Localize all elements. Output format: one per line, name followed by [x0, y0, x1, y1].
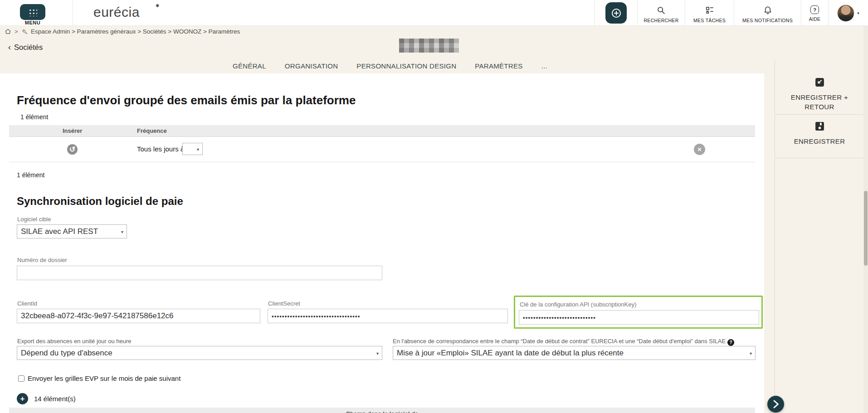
scrollbar-thumb[interactable] — [864, 191, 868, 266]
save-return-icon — [814, 77, 825, 87]
add-items-row: + 14 élément(s) — [17, 393, 76, 404]
numero-dossier-input[interactable] — [17, 266, 382, 280]
section-title-email-frequency: Fréquence d'envoi groupé des emails émis… — [17, 93, 356, 107]
wrench-icon — [21, 29, 28, 35]
page-title-redacted — [399, 39, 459, 53]
label-date-correspondance: En l'absence de correspondance entre le … — [393, 338, 734, 346]
column-header-inserer: Insérer — [63, 127, 82, 134]
label-clientid: ClientId — [17, 300, 37, 307]
evp-checkbox[interactable] — [18, 375, 24, 382]
evp-checkbox-label[interactable]: Envoyer les grilles EVP sur le mois de p… — [28, 374, 180, 382]
label-clientsecret: ClientSecret — [268, 300, 300, 307]
time-select[interactable]: ▾ — [182, 143, 203, 155]
help-circle-icon[interactable]: ? — [727, 339, 734, 346]
export-absences-select[interactable]: Dépend du type d'absence ▾ — [17, 346, 382, 360]
divider — [775, 114, 864, 115]
chevron-right-icon — [767, 396, 784, 413]
user-menu[interactable]: ▾ — [828, 0, 868, 26]
label-logiciel-cible: Logiciel cible — [17, 216, 51, 223]
insert-row-icon[interactable]: ↺ — [67, 144, 78, 155]
chevron-down-icon: ▾ — [121, 229, 123, 234]
frequency-table-header: Insérer Fréquence — [9, 125, 755, 137]
chevron-down-icon: ▾ — [750, 351, 752, 356]
next-page-fab[interactable] — [767, 396, 784, 413]
back-to-societes-link[interactable]: ‹ Sociétés — [8, 43, 43, 52]
search-icon — [656, 5, 666, 15]
add-circle-icon[interactable]: + — [17, 393, 28, 404]
topbar-actions: RECHERCHER MES TÂCHES MES NOTIFICATIONS — [595, 0, 868, 26]
column-header-frequence: Fréquence — [137, 127, 167, 134]
app-window: MENU eurécia ✱ RECHERCHER — [0, 0, 868, 413]
table-row: ↺ Tous les jours à ▾ ✕ — [9, 137, 755, 162]
logiciel-cible-select[interactable]: SILAE avec API REST ▾ — [17, 224, 127, 238]
home-icon[interactable] — [5, 28, 11, 35]
next-table-header-partial: Champ dans le logiciel de — [9, 408, 755, 413]
save-button[interactable]: ENREGISTRER — [775, 121, 864, 146]
chevron-down-icon: ▾ — [197, 147, 199, 152]
element-count-bottom: 1 élément — [17, 171, 44, 179]
subscription-key-input[interactable] — [519, 310, 759, 325]
parametres-panel: Fréquence d'envoi groupé des emails émis… — [0, 73, 764, 413]
logo-star-icon: ✱ — [156, 3, 160, 8]
breadcrumb-path[interactable]: Espace Admin > Paramètres généraux > Soc… — [31, 28, 240, 35]
my-tasks-button[interactable]: MES TÂCHES — [685, 0, 734, 26]
evp-checkbox-row: Envoyer les grilles EVP sur le mois de p… — [18, 374, 180, 382]
question-mark-icon: ? — [810, 5, 819, 14]
subscription-key-highlight: Clé de la configuration API (subscriptio… — [514, 296, 763, 329]
notifications-button[interactable]: MES NOTIFICATIONS — [734, 0, 801, 26]
quick-create-button[interactable] — [595, 0, 637, 26]
element-count-top: 1 élément — [20, 113, 48, 121]
clientsecret-input[interactable] — [268, 309, 508, 323]
frequency-text: Tous les jours à — [137, 145, 184, 153]
search-button[interactable]: RECHERCHER — [637, 0, 685, 26]
divider — [73, 0, 73, 26]
clientid-input[interactable] — [17, 309, 260, 323]
grid-menu-icon — [28, 8, 37, 16]
breadcrumb: > Espace Admin > Paramètres généraux > S… — [5, 28, 240, 35]
top-bar: MENU eurécia ✱ RECHERCHER — [0, 0, 868, 26]
plus-circle-icon — [605, 2, 627, 24]
divider — [775, 158, 864, 158]
sidebar-divider — [775, 60, 775, 413]
date-correspondance-select[interactable]: Mise à jour «Emploi» SILAE ayant la date… — [393, 346, 756, 360]
checklist-icon — [705, 5, 715, 15]
save-and-return-button[interactable]: ENREGISTRER + RETOUR — [775, 77, 864, 112]
chevron-left-icon: ‹ — [8, 43, 11, 52]
chevron-down-icon: ▾ — [376, 351, 379, 356]
label-subscription-key: Clé de la configuration API (subscriptio… — [520, 301, 636, 308]
save-icon — [814, 121, 825, 131]
menu-label: MENU — [16, 20, 49, 25]
chevron-down-icon: ▾ — [857, 11, 859, 15]
user-avatar — [837, 5, 854, 22]
delete-row-icon[interactable]: ✕ — [694, 144, 705, 155]
breadcrumb-separator: > — [15, 28, 18, 35]
section-title-payroll-sync: Synchronisation logiciel de paie — [17, 195, 183, 208]
help-button[interactable]: ? AIDE — [801, 0, 828, 26]
add-items-label: 14 élément(s) — [34, 395, 76, 403]
eurecia-logo[interactable]: eurécia ✱ — [93, 5, 140, 20]
main-menu-button[interactable] — [20, 4, 45, 20]
label-numero-dossier: Numéro de dossier — [17, 257, 67, 263]
label-export-absences: Export des absences en unité jour ou heu… — [17, 338, 132, 345]
bell-icon — [763, 5, 773, 15]
